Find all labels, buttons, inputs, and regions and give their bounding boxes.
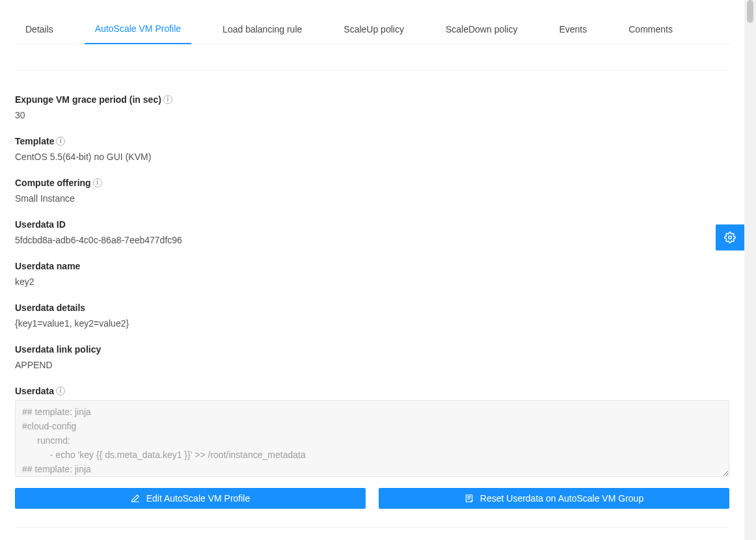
tab-comments[interactable]: Comments	[618, 16, 683, 44]
tab-events[interactable]: Events	[548, 16, 597, 44]
tab-scaledown-policy[interactable]: ScaleDown policy	[435, 16, 528, 44]
label-userdata-id: Userdata ID	[15, 218, 66, 231]
label-userdata: Userdata	[15, 385, 54, 398]
tab-scaleup-policy[interactable]: ScaleUp policy	[333, 16, 414, 44]
tab-details[interactable]: Details	[15, 16, 64, 44]
value-userdata-name: key2	[15, 275, 729, 288]
value-expunge-grace: 30	[15, 109, 729, 122]
value-template: CentOS 5.5(64-bit) no GUI (KVM)	[15, 150, 729, 163]
label-userdata-link-policy: Userdata link policy	[15, 343, 101, 356]
settings-floating-button[interactable]	[716, 224, 744, 250]
value-userdata-details: {key1=value1, key2=value2}	[15, 317, 729, 330]
label-userdata-details: Userdata details	[15, 301, 85, 314]
info-icon[interactable]: i	[163, 95, 172, 104]
divider	[15, 527, 729, 528]
info-icon[interactable]: i	[56, 137, 65, 146]
label-expunge-grace: Expunge VM grace period (in sec)	[15, 93, 161, 106]
tab-autoscale-vm-profile[interactable]: AutoScale VM Profile	[85, 16, 191, 44]
divider	[15, 70, 729, 71]
label-userdata-name: Userdata name	[15, 260, 80, 273]
userdata-textarea[interactable]	[15, 400, 729, 477]
reset-button-label: Reset Userdata on AutoScale VM Group	[480, 493, 643, 504]
edit-button-label: Edit AutoScale VM Profile	[146, 493, 250, 504]
value-userdata-id: 5fdcbd8a-adb6-4c0c-86a8-7eeb477dfc96	[15, 234, 729, 247]
label-template: Template	[15, 135, 54, 148]
reset-userdata-button[interactable]: Reset Userdata on AutoScale VM Group	[379, 488, 729, 509]
edit-icon	[131, 494, 140, 503]
svg-point-1	[729, 236, 732, 239]
page-scrollbar[interactable]	[744, 0, 756, 540]
label-compute-offering: Compute offering	[15, 176, 91, 189]
tab-load-balancing-rule[interactable]: Load balancing rule	[212, 16, 312, 44]
value-userdata-link-policy: APPEND	[15, 358, 729, 371]
gear-icon	[724, 232, 736, 243]
info-icon[interactable]: i	[93, 178, 102, 187]
reset-icon	[465, 494, 474, 503]
tab-bar: Details AutoScale VM Profile Load balanc…	[15, 16, 729, 44]
info-icon[interactable]: i	[56, 386, 65, 396]
value-compute-offering: Small Instance	[15, 192, 729, 205]
edit-autoscale-vm-profile-button[interactable]: Edit AutoScale VM Profile	[15, 488, 366, 509]
